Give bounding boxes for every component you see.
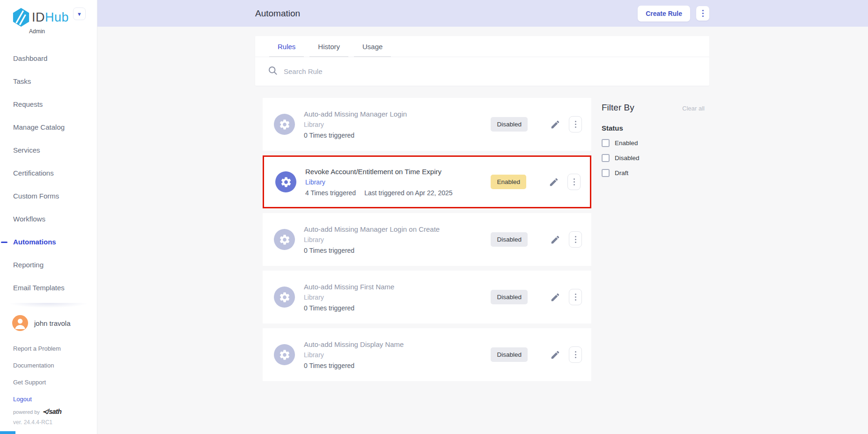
- app-root: IDHub ▼ Admin Dashboard Tasks Requests M…: [0, 0, 868, 434]
- user-name: john travola: [34, 319, 71, 327]
- page-title: Automation: [255, 8, 300, 19]
- hexagon-logo-icon: [12, 7, 30, 27]
- workspace-switcher-button[interactable]: ▼: [73, 7, 86, 20]
- logout-link[interactable]: Logout: [0, 390, 97, 407]
- tab-rules[interactable]: Rules: [269, 36, 304, 57]
- gear-icon: [274, 229, 295, 250]
- report-a-problem-link[interactable]: Report a Problem: [0, 340, 97, 357]
- edit-rule-button[interactable]: [550, 235, 560, 245]
- sidebar-item-dashboard[interactable]: Dashboard: [0, 47, 97, 70]
- page-header: Automation Create Rule: [97, 0, 868, 27]
- rule-menu-button[interactable]: [569, 231, 582, 248]
- rule-source-link[interactable]: Library: [304, 351, 324, 359]
- rule-meta: 0 Times triggered: [304, 304, 491, 312]
- sidebar-item-email-templates[interactable]: Email Templates: [0, 276, 97, 299]
- edit-pencil-icon: [550, 119, 560, 130]
- search-row: [255, 57, 709, 86]
- edit-pencil-icon: [549, 177, 559, 187]
- rule-info: Auto-add Missing First Name Library 0 Ti…: [304, 283, 491, 312]
- rule-card: Auto-add Missing Manager Login on Create…: [263, 213, 591, 266]
- rule-menu-button[interactable]: [569, 116, 582, 132]
- rule-info: Auto-add Missing Display Name Library 0 …: [304, 340, 491, 369]
- filter-option-label: Disabled: [615, 154, 640, 162]
- search-icon: [268, 66, 278, 77]
- gear-icon: [274, 344, 295, 365]
- rule-menu-button[interactable]: [569, 346, 582, 363]
- rules-list: Auto-add Missing Manager Login Library 0…: [263, 98, 591, 381]
- kebab-menu-icon: [574, 178, 575, 185]
- tab-history[interactable]: History: [309, 36, 348, 57]
- sidebar-item-automations[interactable]: Automations: [0, 230, 97, 253]
- edit-rule-button[interactable]: [550, 292, 560, 302]
- rule-meta: 4 Times triggeredLast triggered on Apr 2…: [305, 189, 491, 197]
- sidebar: IDHub ▼ Admin Dashboard Tasks Requests M…: [0, 0, 97, 434]
- enabled-checkbox[interactable]: [602, 139, 610, 147]
- admin-label: Admin: [29, 28, 97, 35]
- header-menu-button[interactable]: [696, 6, 709, 21]
- rule-menu-button[interactable]: [567, 174, 581, 190]
- status-badge: Disabled: [491, 290, 528, 304]
- get-support-link[interactable]: Get Support: [0, 374, 97, 390]
- powered-by-label: powered by: [13, 409, 40, 415]
- sidebar-divider: [0, 303, 97, 309]
- filter-option-draft: Draft: [602, 169, 705, 177]
- tab-usage[interactable]: Usage: [354, 36, 391, 57]
- body-row: Auto-add Missing Manager Login Library 0…: [255, 98, 709, 381]
- rule-title: Auto-add Missing Manager Login: [304, 110, 491, 118]
- sidebar-item-custom-forms[interactable]: Custom Forms: [0, 184, 97, 207]
- sidebar-item-manage-catalog[interactable]: Manage Catalog: [0, 116, 97, 139]
- rule-meta: 0 Times triggered: [304, 132, 491, 139]
- edit-rule-button[interactable]: [549, 177, 559, 187]
- sidebar-item-tasks[interactable]: Tasks: [0, 70, 97, 93]
- gear-icon: [274, 287, 295, 308]
- edit-pencil-icon: [550, 235, 560, 245]
- header-actions: Create Rule: [638, 6, 709, 22]
- user-profile[interactable]: john travola: [0, 309, 97, 331]
- sidebar-item-certifications[interactable]: Certifications: [0, 162, 97, 184]
- rule-menu-button[interactable]: [569, 289, 582, 305]
- sidebar-item-requests[interactable]: Requests: [0, 93, 97, 116]
- sath-logo: ≺/sath: [42, 408, 61, 415]
- filter-panel: Filter By Clear all Status Enabled Disab…: [602, 98, 705, 177]
- rule-source-link[interactable]: Library: [305, 178, 325, 186]
- edit-pencil-icon: [550, 292, 560, 302]
- draft-checkbox[interactable]: [602, 169, 610, 177]
- search-input[interactable]: [284, 67, 518, 75]
- disabled-checkbox[interactable]: [602, 154, 610, 162]
- main-area: Automation Create Rule Rules History Usa…: [97, 0, 868, 434]
- rule-card: Auto-add Missing First Name Library 0 Ti…: [263, 271, 591, 324]
- user-avatar-icon: [12, 315, 28, 331]
- filter-option-disabled: Disabled: [602, 154, 705, 162]
- kebab-menu-icon: [702, 10, 704, 17]
- rules-panel: Rules History Usage: [255, 36, 709, 86]
- kebab-menu-icon: [575, 121, 576, 128]
- kebab-menu-icon: [575, 351, 576, 358]
- documentation-link[interactable]: Documentation: [0, 357, 97, 374]
- rule-card: Auto-add Missing Manager Login Library 0…: [263, 98, 591, 151]
- create-rule-button[interactable]: Create Rule: [638, 6, 690, 22]
- rule-title: Revoke Account/Entitlement on Time Expir…: [305, 168, 491, 176]
- clear-all-button[interactable]: Clear all: [682, 105, 705, 112]
- sidebar-scrollbar-thumb[interactable]: [0, 431, 15, 434]
- gear-icon: [275, 171, 296, 192]
- filter-title: Filter By: [602, 103, 634, 113]
- filter-option-label: Draft: [615, 169, 628, 177]
- sidebar-item-workflows[interactable]: Workflows: [0, 207, 97, 230]
- rule-card: Auto-add Missing Display Name Library 0 …: [263, 328, 591, 381]
- rule-title: Auto-add Missing Display Name: [304, 340, 491, 348]
- powered-by: powered by ≺/sath: [13, 408, 61, 415]
- rule-source-link[interactable]: Library: [304, 294, 324, 301]
- rule-card-highlighted: Revoke Account/Entitlement on Time Expir…: [263, 155, 591, 208]
- edit-rule-button[interactable]: [550, 119, 560, 130]
- edit-rule-button[interactable]: [550, 350, 560, 360]
- filter-section-status: Status: [602, 124, 705, 132]
- rule-source-link[interactable]: Library: [304, 121, 324, 128]
- sidebar-item-reporting[interactable]: Reporting: [0, 253, 97, 276]
- sidebar-footer-links: Report a Problem Documentation Get Suppo…: [0, 340, 97, 407]
- caret-down-icon: ▼: [77, 11, 82, 17]
- rule-info: Auto-add Missing Manager Login Library 0…: [304, 110, 491, 139]
- sidebar-item-services[interactable]: Services: [0, 139, 97, 162]
- rule-source-link[interactable]: Library: [304, 236, 324, 243]
- status-badge: Disabled: [491, 347, 528, 362]
- rule-title: Auto-add Missing First Name: [304, 283, 491, 291]
